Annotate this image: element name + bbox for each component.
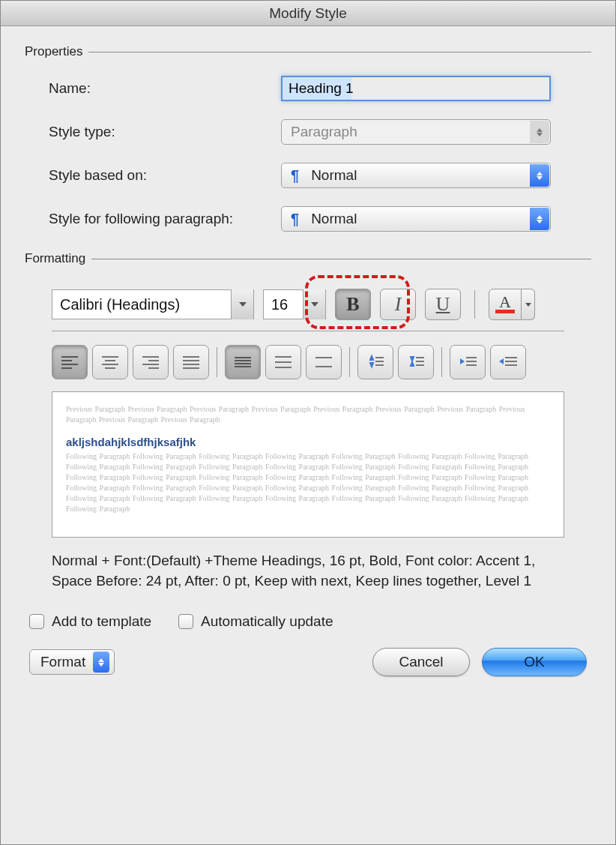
align-justify-button[interactable] [173, 345, 209, 379]
separator [474, 290, 475, 319]
preview-sample-text: akljshdahjklsdfhjksafjhk [66, 436, 550, 448]
style-type-label: Style type: [49, 124, 281, 140]
dialog-title: Modify Style [269, 5, 346, 21]
chevron-down-icon[interactable] [303, 289, 325, 319]
color-swatch-icon [495, 310, 515, 313]
style-name-input[interactable] [281, 76, 551, 101]
divider [88, 52, 591, 52]
svg-marker-35 [460, 358, 465, 364]
italic-button[interactable]: I [380, 289, 416, 320]
align-right-button[interactable] [133, 345, 169, 379]
ok-button[interactable]: OK [482, 648, 587, 676]
increase-indent-button[interactable] [490, 345, 526, 379]
line-spacing-1-5-button[interactable] [265, 345, 301, 379]
align-center-button[interactable] [92, 345, 128, 379]
format-label: Format [40, 654, 85, 670]
format-menu-button[interactable]: Format [29, 649, 115, 675]
cancel-button[interactable]: Cancel [372, 648, 470, 676]
space-before-increase-button[interactable] [357, 345, 393, 379]
following-style-select[interactable]: ¶ Normal [281, 206, 551, 232]
pilcrow-icon: ¶ [291, 211, 299, 228]
preview-following-text: Following Paragraph Following Paragraph … [66, 451, 550, 514]
bold-button[interactable]: B [335, 289, 371, 320]
style-type-value: Paragraph [291, 124, 357, 140]
svg-marker-26 [370, 363, 373, 367]
space-before-decrease-button[interactable] [398, 345, 434, 379]
font-color-menu-button[interactable] [522, 289, 535, 320]
title-bar: Modify Style [1, 1, 615, 26]
add-to-template-label: Add to template [52, 613, 151, 630]
formatting-label: Formatting [25, 251, 85, 266]
style-based-on-select[interactable]: ¶ Normal [281, 163, 551, 188]
font-size-combo[interactable]: 16 [263, 289, 326, 319]
updown-icon [530, 208, 549, 230]
underline-button[interactable]: U [425, 289, 461, 320]
style-preview: Previous Paragraph Previous Paragraph Pr… [52, 391, 564, 538]
font-name-value: Calibri (Headings) [52, 296, 187, 313]
updown-icon [530, 164, 549, 187]
properties-label: Properties [25, 44, 82, 59]
font-size-value: 16 [264, 296, 295, 313]
add-to-template-checkbox[interactable]: Add to template [29, 613, 151, 630]
following-value: Normal [311, 211, 357, 227]
style-type-select: Paragraph [281, 119, 551, 145]
updown-icon [93, 652, 109, 673]
checkbox-icon [178, 614, 193, 629]
svg-marker-25 [370, 356, 373, 360]
properties-header: Properties [25, 44, 591, 59]
modify-style-dialog: Modify Style Properties Name: Style type… [0, 0, 616, 845]
separator [349, 347, 350, 377]
formatting-header: Formatting [25, 251, 591, 266]
preview-previous-text: Previous Paragraph Previous Paragraph Pr… [66, 404, 550, 425]
svg-marker-39 [499, 358, 504, 364]
divider [52, 331, 564, 331]
name-label: Name: [49, 80, 281, 97]
svg-marker-31 [411, 362, 414, 366]
checkbox-icon [29, 614, 44, 629]
style-description: Normal + Font:(Default) +Theme Headings,… [52, 551, 564, 591]
updown-icon [530, 121, 549, 143]
based-on-value: Normal [311, 167, 357, 184]
divider [91, 259, 591, 259]
auto-update-label: Automatically update [201, 613, 333, 630]
align-left-button[interactable] [52, 345, 88, 379]
separator [217, 347, 217, 377]
font-color-button[interactable]: A [489, 289, 522, 320]
separator [441, 347, 442, 377]
based-on-label: Style based on: [49, 167, 281, 184]
following-label: Style for following paragraph: [49, 211, 281, 227]
pilcrow-icon: ¶ [291, 167, 299, 184]
line-spacing-2-button[interactable] [306, 345, 342, 379]
chevron-down-icon[interactable] [231, 289, 253, 319]
svg-marker-30 [411, 357, 414, 361]
line-spacing-1-button[interactable] [225, 345, 261, 379]
decrease-indent-button[interactable] [450, 345, 486, 379]
font-name-combo[interactable]: Calibri (Headings) [52, 289, 254, 319]
auto-update-checkbox[interactable]: Automatically update [178, 613, 333, 630]
